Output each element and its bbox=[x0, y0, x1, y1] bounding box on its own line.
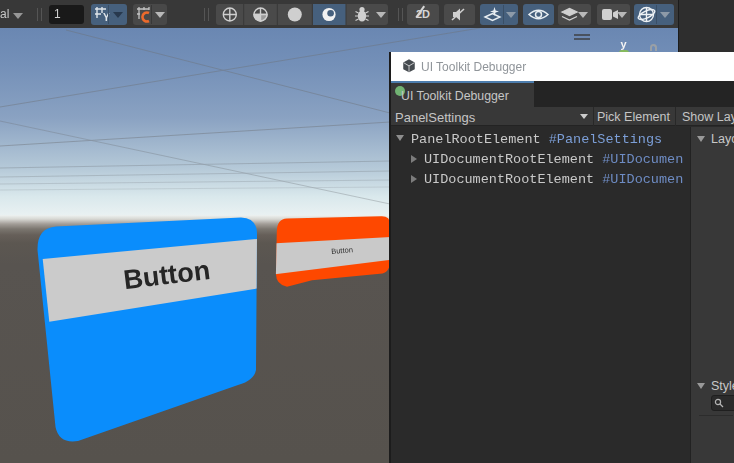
svg-text:Button: Button bbox=[331, 245, 353, 256]
